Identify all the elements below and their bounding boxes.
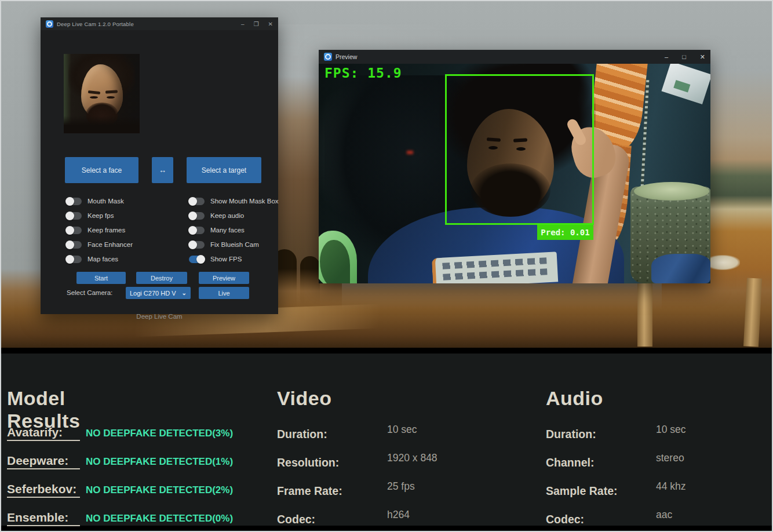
video-codec-row: Codec: h264	[277, 513, 526, 527]
face-image-eye	[90, 96, 98, 99]
audio-codec-row: Codec: aac	[546, 513, 773, 527]
fps-overlay: FPS: 15.9	[324, 65, 402, 81]
results-panel: Model Results Avatarify: NO DEEPFAKE DET…	[1, 354, 773, 526]
model-result-text: NO DEEPFAKE DETECTED(0%)	[86, 513, 233, 524]
model-result-text: NO DEEPFAKE DETECTED(2%)	[86, 484, 233, 496]
audio-channel-row: Channel: stereo	[546, 456, 773, 470]
toggle-many-faces[interactable]: Many faces	[189, 226, 279, 234]
toggle-label: Keep frames	[87, 227, 125, 234]
video-duration-row: Duration: 10 sec	[277, 428, 526, 442]
meta-value: aac	[656, 509, 672, 521]
live-button[interactable]: Live	[199, 287, 249, 299]
preview-window: Preview – □ ✕	[319, 50, 710, 283]
model-result-row: Deepware: NO DEEPFAKE DETECTED(1%)	[7, 454, 233, 468]
chevron-down-icon: ⌄	[182, 290, 187, 296]
keep-audio-switch[interactable]	[189, 212, 205, 220]
wallpaper-pillar	[637, 274, 652, 347]
face-enhancer-switch[interactable]	[66, 241, 82, 249]
meta-value: 10 sec	[387, 424, 417, 436]
swap-faces-button[interactable]: ↔	[152, 157, 173, 183]
keep-frames-switch[interactable]	[66, 227, 82, 234]
show-mouth-mask-box-switch[interactable]	[189, 198, 205, 205]
prediction-badge: Pred: 0.01	[537, 225, 593, 240]
app-footer-text: Deep Live Cam	[41, 313, 278, 320]
toggle-label: Fix Blueish Cam	[210, 241, 259, 248]
model-result-row: Seferbekov: NO DEEPFAKE DETECTED(2%)	[7, 482, 233, 496]
meta-label: Frame Rate:	[277, 484, 342, 497]
select-target-button[interactable]: Select a target	[187, 157, 261, 183]
source-face-image	[64, 54, 140, 133]
toggle-label: Map faces	[87, 256, 118, 263]
toggle-keep-fps[interactable]: Keep fps	[66, 212, 133, 220]
preview-titlebar[interactable]: Preview – □ ✕	[319, 50, 710, 64]
model-link-deepware[interactable]: Deepware:	[7, 454, 80, 469]
destroy-button[interactable]: Destroy	[136, 272, 187, 284]
deep-live-cam-titlebar[interactable]: Deep Live Cam 1.2.0 Portable – ❐ ✕	[41, 17, 278, 30]
meta-label: Duration:	[277, 428, 327, 440]
camera-dropdown[interactable]: Logi C270 HD V ⌄	[126, 287, 191, 299]
model-result-text: NO DEEPFAKE DETECTED(3%)	[86, 428, 233, 439]
toggle-keep-frames[interactable]: Keep frames	[66, 226, 133, 234]
audio-rows: Duration: 10 sec Channel: stereo Sample …	[546, 428, 773, 527]
webcam-drum-top	[634, 182, 709, 201]
map-faces-switch[interactable]	[66, 256, 82, 263]
camera-dropdown-value: Logi C270 HD V	[130, 290, 176, 297]
video-heading: Video	[277, 387, 331, 410]
maximize-icon[interactable]: □	[682, 53, 686, 60]
preview-app-icon	[324, 53, 332, 61]
meta-label: Channel:	[546, 456, 594, 469]
close-icon[interactable]: ✕	[700, 53, 705, 61]
video-framerate-row: Frame Rate: 25 fps	[277, 484, 526, 498]
show-fps-switch[interactable]	[189, 256, 205, 263]
meta-label: Codec:	[546, 513, 584, 526]
meta-label: Duration:	[546, 428, 596, 440]
toggle-column-right: Show Mouth Mask Box Keep audio Many face…	[189, 197, 279, 263]
toggle-keep-audio[interactable]: Keep audio	[189, 212, 279, 220]
video-resolution-row: Resolution: 1920 x 848	[277, 456, 526, 470]
toggle-map-faces[interactable]: Map faces	[66, 255, 133, 263]
keep-fps-switch[interactable]	[66, 212, 82, 220]
minimize-icon[interactable]: –	[241, 21, 245, 27]
mouth-mask-switch[interactable]	[66, 198, 82, 205]
audio-heading: Audio	[546, 387, 603, 410]
toggle-fix-blueish-cam[interactable]: Fix Blueish Cam	[189, 241, 279, 249]
meta-value: 1920 x 848	[387, 452, 437, 464]
model-link-seferbekov[interactable]: Seferbekov:	[7, 482, 80, 498]
close-icon[interactable]: ✕	[268, 21, 273, 27]
toggle-label: Keep audio	[210, 212, 244, 219]
meta-label: Resolution:	[277, 456, 339, 469]
video-rows: Duration: 10 sec Resolution: 1920 x 848 …	[277, 428, 526, 527]
preview-button[interactable]: Preview	[199, 272, 249, 284]
toggle-show-fps[interactable]: Show FPS	[189, 255, 279, 263]
toggle-face-enhancer[interactable]: Face Enhancer	[66, 241, 133, 249]
webcam-blue-bag	[651, 254, 710, 283]
maximize-icon[interactable]: ❐	[254, 21, 259, 27]
wallpaper-rocks	[705, 255, 740, 270]
meta-value: h264	[387, 509, 410, 521]
minimize-icon[interactable]: –	[665, 53, 668, 60]
meta-label: Sample Rate:	[546, 484, 618, 497]
deep-live-cam-app-icon	[46, 20, 53, 28]
deep-live-cam-body: Select a face ↔ Select a target Mouth Ma…	[41, 30, 278, 314]
toggle-mouth-mask[interactable]: Mouth Mask	[66, 197, 133, 205]
model-link-avatarify[interactable]: Avatarify:	[7, 425, 80, 441]
toggle-label: Keep fps	[87, 212, 114, 219]
select-face-button[interactable]: Select a face	[65, 157, 138, 183]
toggle-show-mouth-mask-box[interactable]: Show Mouth Mask Box	[189, 197, 279, 205]
model-results-rows: Avatarify: NO DEEPFAKE DETECTED(3%) Deep…	[7, 425, 233, 524]
preview-window-title: Preview	[336, 53, 357, 60]
toggle-label: Show FPS	[210, 256, 242, 263]
meta-value: stereo	[656, 452, 684, 464]
deep-live-cam-window: Deep Live Cam 1.2.0 Portable – ❐ ✕	[41, 17, 278, 314]
model-link-ensemble[interactable]: Ensemble:	[7, 511, 80, 526]
face-image-shoulders	[64, 116, 140, 133]
meta-label: Codec:	[277, 513, 315, 526]
meta-value: 10 sec	[656, 424, 686, 436]
many-faces-switch[interactable]	[189, 227, 205, 234]
window-title: Deep Live Cam 1.2.0 Portable	[57, 21, 134, 27]
fix-blueish-cam-switch[interactable]	[189, 241, 205, 249]
model-result-text: NO DEEPFAKE DETECTED(1%)	[86, 456, 233, 468]
screenshot-root: Deep Live Cam 1.2.0 Portable – ❐ ✕	[0, 0, 773, 532]
toggle-column-left: Mouth Mask Keep fps Keep frames Face Enh…	[66, 197, 133, 263]
start-button[interactable]: Start	[76, 272, 126, 284]
